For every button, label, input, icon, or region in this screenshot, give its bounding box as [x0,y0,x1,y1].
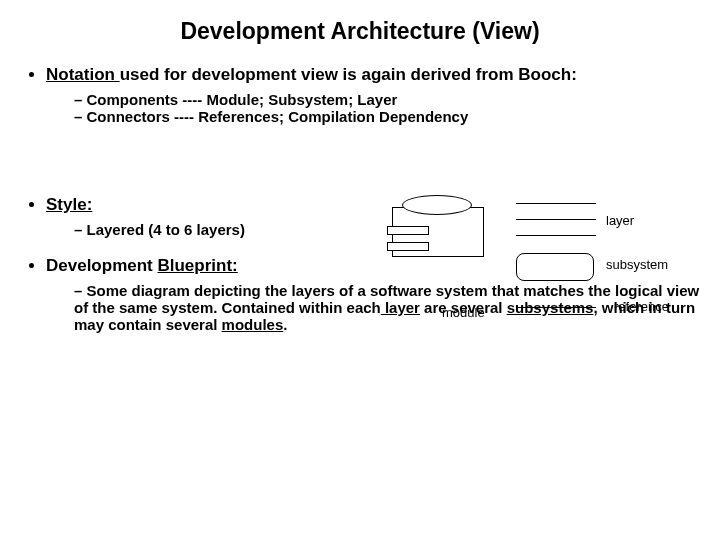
reference-label: reference [614,299,669,314]
blueprint-lead-u: Blueprint: [157,256,237,275]
notation-rest: used for development view is again deriv… [120,65,577,84]
layer-line-1 [516,203,596,204]
layer-line-3 [516,235,596,236]
sub-connectors: Connectors ---- References; Compilation … [74,108,702,125]
notation-legend: layer subsystem module reference [388,195,698,325]
subsystem-label: subsystem [606,257,668,272]
bullet-list: Notation used for development view is ag… [18,65,702,125]
sub-components: Components ---- Module; Subsystem; Layer [74,91,702,108]
bp-p4: . [283,316,287,333]
blueprint-lead-plain: Development [46,256,157,275]
slide-title: Development Architecture (View) [0,0,720,55]
module-oval [402,195,472,215]
module-label: module [442,305,485,320]
module-bar-1 [387,226,429,235]
module-bar-2 [387,242,429,251]
bullet-notation: Notation used for development view is ag… [46,65,702,125]
notation-underlined: Notation [46,65,120,84]
notation-sublist: Components ---- Module; Subsystem; Layer… [46,91,702,125]
reference-line [516,307,596,308]
subsystem-shape [516,253,594,281]
layer-label: layer [606,213,634,228]
layer-line-2 [516,219,596,220]
bp-u3: modules [222,316,284,333]
style-label: Style: [46,195,92,214]
